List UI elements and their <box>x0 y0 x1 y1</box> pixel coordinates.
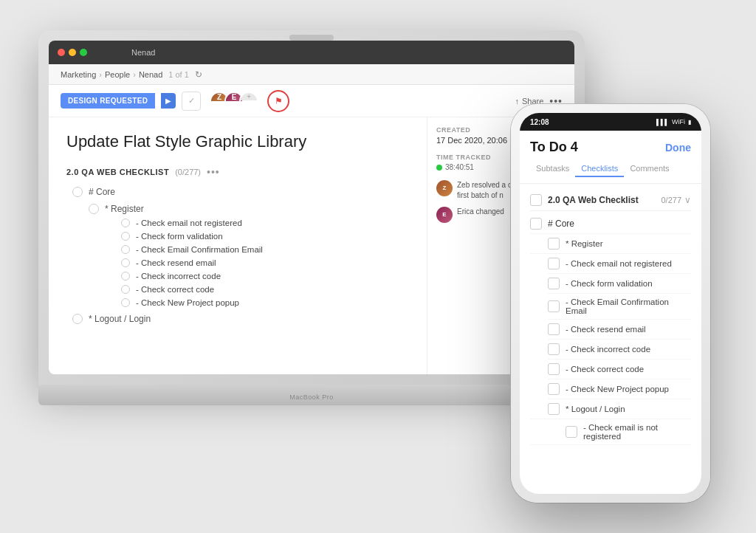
list-item: - Check form validation <box>121 230 409 243</box>
list-item: - Check New Project popup <box>121 296 409 309</box>
flag-button[interactable]: ⚑ <box>267 90 289 112</box>
group-right: 0/277 ∨ <box>661 195 691 205</box>
iphone-list-item-6: - Check correct code <box>548 360 691 379</box>
main-content: Update Flat Style Graphic Library 2.0 QA… <box>49 117 427 374</box>
logout-iphone-check[interactable] <box>548 403 560 415</box>
macbook-base <box>38 385 585 405</box>
iphone-check-2[interactable] <box>548 278 560 289</box>
task-title[interactable]: Update Flat Style Graphic Library <box>66 132 409 151</box>
item-text-7: - Check New Project popup <box>136 298 239 307</box>
breadcrumb-marketing[interactable]: Marketing <box>61 70 96 79</box>
group-count: 0/277 <box>661 196 681 204</box>
tab-subtasks[interactable]: Subtasks <box>530 161 575 177</box>
avatar-add-icon: + <box>241 93 257 100</box>
expand-icon[interactable]: ∨ <box>684 195 691 205</box>
list-item: - Check incorrect code <box>121 269 409 283</box>
core-iphone-title: # Core <box>548 219 574 229</box>
screen-toolbar: DESIGN REQUESTED ▶ ✓ Z E + <box>49 85 574 117</box>
register-iphone-check[interactable] <box>548 238 560 250</box>
logout-section-header: * Logout / Login <box>72 314 409 324</box>
item-check-3[interactable] <box>121 245 130 254</box>
iphone-item-text-6: - Check correct code <box>566 365 644 374</box>
logout-iphone-title: * Logout / Login <box>566 405 625 413</box>
iphone-item-text-5: - Check incorrect code <box>566 345 650 354</box>
tab-checklists[interactable]: Checklists <box>575 161 624 177</box>
core-check[interactable] <box>72 187 83 197</box>
item-text-4: - Check resend email <box>136 258 216 267</box>
signal-icon: ▌▌▌ <box>656 119 669 125</box>
iphone-check-1[interactable] <box>548 258 560 269</box>
check-button[interactable]: ✓ <box>182 92 201 111</box>
iphone-status-bar: 12:08 ▌▌▌ WiFi ▮ <box>520 113 701 131</box>
item-check-2[interactable] <box>121 232 130 241</box>
iphone-item-text-2: - Check form validation <box>566 279 653 288</box>
todo-count: 4 <box>571 140 578 154</box>
breadcrumb-nenad[interactable]: Nenad <box>139 70 162 79</box>
battery-icon: ▮ <box>688 119 691 125</box>
group-checkbox[interactable] <box>530 194 542 206</box>
item-check-5[interactable] <box>121 272 130 281</box>
avatar-add[interactable]: + <box>239 92 258 111</box>
traffic-lights <box>58 49 87 56</box>
core-section-header: # Core <box>72 187 409 197</box>
iphone-body: 12:08 ▌▌▌ WiFi ▮ To Do 4 Done <box>511 104 710 503</box>
close-button[interactable] <box>58 49 65 56</box>
iphone-item-text-3: - Check Email Confirmation Email <box>566 298 691 315</box>
iphone-check-7[interactable] <box>548 383 560 395</box>
status-button[interactable]: DESIGN REQUESTED <box>61 93 155 109</box>
iphone-check-3[interactable] <box>548 300 560 312</box>
list-item: - Check resend email <box>121 256 409 269</box>
iphone-screen: 12:08 ▌▌▌ WiFi ▮ To Do 4 Done <box>520 113 701 494</box>
register-title: * Register <box>105 204 144 214</box>
iphone-list-item-3: - Check Email Confirmation Email <box>548 294 691 320</box>
register-check[interactable] <box>89 204 99 214</box>
item-text-1: - Check email not registered <box>136 219 242 227</box>
register-header: * Register <box>89 202 409 216</box>
activity-avatar-1: Z <box>436 180 453 196</box>
iphone-item-text-1: - Check email not registered <box>566 259 672 268</box>
wifi-icon: WiFi <box>672 118 685 125</box>
list-item: - Check correct code <box>121 283 409 296</box>
screen-main: Update Flat Style Graphic Library 2.0 QA… <box>49 117 574 374</box>
time-dot <box>436 165 442 171</box>
checklist-group: 2.0 QA Web Checklist 0/277 ∨ <box>530 190 691 211</box>
iphone-item-text-7: - Check New Project popup <box>566 385 669 393</box>
refresh-icon[interactable]: ↻ <box>195 69 205 80</box>
register-subsection: * Register - Check email not registered <box>89 202 409 309</box>
time-value: 38:40:51 <box>445 163 474 171</box>
iphone: 12:08 ▌▌▌ WiFi ▮ To Do 4 Done <box>511 104 710 503</box>
checklist-more-button[interactable]: ••• <box>207 166 220 178</box>
checklist-header: 2.0 QA WEB CHECKLIST (0/277) ••• <box>66 166 409 178</box>
item-check-1[interactable] <box>121 219 130 227</box>
iphone-list-item-1: - Check email not registered <box>548 254 691 274</box>
item-check-6[interactable] <box>121 285 130 294</box>
minimize-button[interactable] <box>69 49 76 56</box>
checklist-label: 2.0 QA WEB CHECKLIST <box>66 168 169 176</box>
macbook-body: Nenad Marketing › People › Nenad 1 of 1 … <box>38 30 585 385</box>
iphone-check-extra[interactable] <box>566 426 577 438</box>
item-check-7[interactable] <box>121 298 130 307</box>
iphone-check-6[interactable] <box>548 363 560 375</box>
iphone-register-items: - Check email not registered - Check for… <box>530 254 691 399</box>
core-section-title: # Core <box>89 187 115 197</box>
activity-avatar-2: E <box>436 207 453 223</box>
iphone-check-4[interactable] <box>548 323 560 335</box>
breadcrumb-sep-1: › <box>99 70 102 79</box>
maximize-button[interactable] <box>80 49 87 56</box>
breadcrumb-people[interactable]: People <box>105 70 130 79</box>
tab-comments[interactable]: Comments <box>624 161 675 177</box>
iphone-todo-header: To Do 4 Done <box>530 140 691 155</box>
iphone-check-5[interactable] <box>548 343 560 355</box>
iphone-list-item-7: - Check New Project popup <box>548 379 691 399</box>
status-dropdown-button[interactable]: ▶ <box>161 93 176 109</box>
iphone-todo-title: To Do 4 <box>530 140 578 155</box>
iphone-done-button[interactable]: Done <box>665 142 691 154</box>
item-check-4[interactable] <box>121 258 130 267</box>
core-iphone-check[interactable] <box>530 218 542 230</box>
item-text-5: - Check incorrect code <box>136 272 221 281</box>
breadcrumb-sep-2: › <box>133 70 136 79</box>
breadcrumb: Marketing › People › Nenad 1 of 1 ↻ <box>49 64 574 85</box>
iphone-core-section: # Core <box>530 214 691 234</box>
logout-check[interactable] <box>72 314 83 324</box>
iphone-time: 12:08 <box>530 118 549 126</box>
